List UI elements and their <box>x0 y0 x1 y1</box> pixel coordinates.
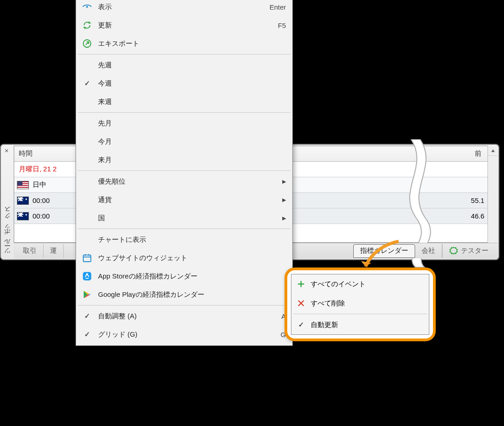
eye-icon <box>82 2 93 12</box>
menu-item-label: 来週 <box>98 98 286 106</box>
menu-item-label: 国 <box>98 214 277 223</box>
panel-close-button[interactable]: × <box>5 147 9 154</box>
scroll-up-icon[interactable] <box>488 146 498 156</box>
menu-appstore[interactable]: App Storeの経済指標カレンダー <box>76 267 292 285</box>
menu-item-label: ウェブサイトのウィジェット <box>98 254 286 262</box>
appstore-icon <box>82 271 93 281</box>
calendar-icon <box>82 253 93 263</box>
chevron-right-icon: ▶ <box>282 179 286 185</box>
menu-item-label: 自動調整 (A) <box>98 312 276 321</box>
menu-priority[interactable]: 優先順位 ▶ <box>76 172 292 191</box>
menu-item-label: 表示 <box>98 3 264 11</box>
cell-time: 00:00 <box>33 212 50 220</box>
menu-item-label: App Storeの経済指標カレンダー <box>98 272 286 281</box>
check-icon: ✓ <box>82 330 93 339</box>
menu-this-month[interactable]: 今月 <box>76 132 292 151</box>
menu-item-label: 更新 <box>98 21 272 30</box>
popup-all-events[interactable]: すべてのイベント <box>291 274 429 294</box>
popup-item-label: 自動更新 <box>311 321 338 329</box>
tab-calendar[interactable]: 指標カレンダー <box>353 244 415 258</box>
tab-trade[interactable]: 取引 <box>16 244 44 258</box>
x-icon <box>297 299 305 307</box>
menu-country[interactable]: 国 ▶ <box>76 209 292 227</box>
check-icon: ✓ <box>297 321 305 329</box>
chevron-right-icon: ▶ <box>282 215 286 221</box>
menu-this-week[interactable]: ✓ 今週 <box>76 74 292 93</box>
menu-currency[interactable]: 通貨 ▶ <box>76 191 292 209</box>
tab-operation[interactable]: 運 <box>44 244 64 258</box>
flag-au-icon <box>17 212 29 220</box>
cell-time: 00:00 <box>33 197 50 204</box>
flag-us-icon <box>17 181 29 189</box>
popup-item-label: すべて削除 <box>311 299 345 308</box>
menu-item-label: 今週 <box>98 79 286 88</box>
export-icon <box>82 38 93 49</box>
tester-badge-icon <box>449 246 458 256</box>
menu-shortcut: Enter <box>269 3 286 11</box>
menu-item-label: グリッド (G) <box>98 330 275 339</box>
panel-title: ツールボックス <box>3 207 11 257</box>
menu-view[interactable]: 表示 Enter <box>76 0 292 16</box>
scrollbar[interactable] <box>488 146 498 243</box>
menu-next-week[interactable]: 来週 <box>76 93 292 111</box>
tab-tester-label: テスター <box>461 246 488 255</box>
menu-next-month[interactable]: 来月 <box>76 151 292 169</box>
refresh-icon <box>82 20 93 30</box>
menu-website-widget[interactable]: ウェブサイトのウィジェット <box>76 249 292 267</box>
menu-last-month[interactable]: 先月 <box>76 114 292 132</box>
menu-show-on-chart[interactable]: チャートに表示 <box>76 230 292 249</box>
menu-refresh[interactable]: 更新 F5 <box>76 16 292 34</box>
menu-auto-adjust[interactable]: ✓ 自動調整 (A) A <box>76 307 292 325</box>
playstore-icon <box>82 289 93 300</box>
chart-events-popup: すべてのイベント すべて削除 ✓ 自動更新 <box>285 268 436 341</box>
popup-auto-refresh[interactable]: ✓ 自動更新 <box>291 315 429 334</box>
menu-item-label: Google Playの経済指標カレンダー <box>98 290 286 299</box>
menu-item-label: 今月 <box>98 137 286 146</box>
menu-shortcut: F5 <box>278 22 286 29</box>
menu-item-label: チャートに表示 <box>98 235 286 244</box>
menu-grid[interactable]: ✓ グリッド (G) G <box>76 325 292 344</box>
menu-item-label: 先週 <box>98 61 286 70</box>
menu-playstore[interactable]: Google Playの経済指標カレンダー <box>76 285 292 304</box>
menu-item-label: 来月 <box>98 156 286 164</box>
menu-item-label: 通貨 <box>98 196 277 204</box>
context-menu: 表示 Enter 更新 F5 エキスポート 先週 ✓ 今週 来週 先月 今月 <box>76 0 293 346</box>
svg-rect-2 <box>83 255 91 262</box>
cell-time: 日中 <box>33 180 46 189</box>
menu-last-week[interactable]: 先週 <box>76 56 292 74</box>
popup-delete-all[interactable]: すべて削除 <box>291 294 429 313</box>
flag-au-icon <box>17 197 29 205</box>
svg-point-0 <box>86 6 88 8</box>
menu-export[interactable]: エキスポート <box>76 34 292 53</box>
chevron-right-icon: ▶ <box>282 197 286 203</box>
tab-company[interactable]: 会社 <box>415 244 442 258</box>
check-icon: ✓ <box>82 312 93 320</box>
menu-item-label: 優先順位 <box>98 177 277 186</box>
tab-tester[interactable]: テスター <box>442 244 495 258</box>
check-icon: ✓ <box>82 79 93 87</box>
popup-item-label: すべてのイベント <box>311 280 366 289</box>
svg-rect-3 <box>83 272 91 280</box>
plus-icon <box>297 280 305 288</box>
col-time[interactable]: 時間 <box>19 149 33 158</box>
menu-item-label: 先月 <box>98 119 286 128</box>
menu-item-label: エキスポート <box>98 39 286 48</box>
